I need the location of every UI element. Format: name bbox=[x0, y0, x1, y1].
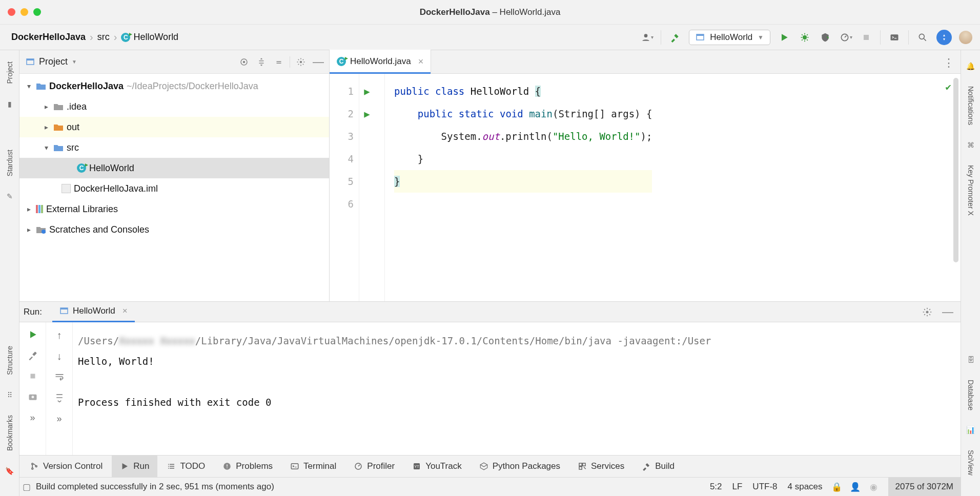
console-output[interactable]: /Users/Xxxxxx Xxxxxx/Library/Java/JavaVi… bbox=[73, 322, 961, 455]
scroll-to-end-icon[interactable] bbox=[54, 392, 65, 404]
youtrack-tab[interactable]: YT YouTrack bbox=[404, 456, 470, 478]
close-tab-icon[interactable]: × bbox=[415, 56, 424, 67]
tree-src[interactable]: ▾ src bbox=[19, 137, 329, 158]
tree-scratches[interactable]: ▸ Scratches and Consoles bbox=[19, 219, 329, 240]
database-icon[interactable]: 🗄 bbox=[966, 355, 975, 364]
close-window-icon[interactable] bbox=[8, 8, 15, 16]
editor-tab[interactable]: C▸ HelloWorld.java × bbox=[330, 50, 431, 73]
debug-button[interactable] bbox=[798, 31, 811, 44]
code-editor[interactable]: 1 2 3 4 5 6 ▶ ▶ public class HelloWo bbox=[330, 74, 961, 301]
chevron-down-icon[interactable]: ▾ bbox=[25, 82, 33, 90]
file-icon[interactable]: ▮ bbox=[5, 99, 14, 109]
run-tab[interactable]: Run bbox=[112, 456, 157, 478]
profiler-tab[interactable]: Profiler bbox=[345, 456, 403, 478]
status-window-icon[interactable]: ▢ bbox=[23, 483, 31, 491]
project-tool-tab[interactable]: Project bbox=[6, 61, 14, 84]
run-anything-icon[interactable] bbox=[888, 31, 901, 44]
run-tab[interactable]: HelloWorld × bbox=[52, 302, 135, 322]
run-line-icon[interactable]: ▶ bbox=[359, 102, 375, 125]
inspections-icon[interactable]: 👤 bbox=[851, 483, 860, 491]
chevron-right-icon[interactable]: ▸ bbox=[42, 102, 50, 111]
sync-icon[interactable]: ◉ bbox=[870, 483, 878, 491]
expand-all-icon[interactable] bbox=[255, 55, 268, 69]
python-packages-tab[interactable]: Python Packages bbox=[471, 456, 568, 478]
chevron-right-icon[interactable]: ▸ bbox=[42, 123, 50, 131]
run-configuration-select[interactable]: HelloWorld ▼ bbox=[689, 30, 770, 45]
memory-indicator[interactable]: 2075 of 3072M bbox=[888, 478, 961, 497]
breadcrumb[interactable]: DockerHelloJava › src › C▸ HelloWorld bbox=[11, 31, 178, 43]
search-icon[interactable] bbox=[916, 31, 929, 44]
code-content[interactable]: public class HelloWorld { public static … bbox=[385, 74, 652, 301]
hide-tool-icon[interactable]: — bbox=[941, 305, 954, 319]
minimize-window-icon[interactable] bbox=[21, 8, 28, 16]
bookmarks-tool-tab[interactable]: Bookmarks bbox=[6, 415, 14, 451]
lock-icon[interactable]: 🔒 bbox=[833, 483, 841, 491]
search-everywhere-icon[interactable] bbox=[936, 30, 952, 45]
user-icon[interactable]: ▾ bbox=[640, 31, 654, 44]
run-line-icon[interactable]: ▶ bbox=[359, 80, 375, 102]
keypromoter-tool-tab[interactable]: Key Promoter X bbox=[967, 165, 975, 216]
terminal-tab[interactable]: Terminal bbox=[282, 456, 344, 478]
coverage-button[interactable] bbox=[819, 31, 832, 44]
more-actions-icon[interactable]: » bbox=[30, 412, 35, 423]
project-tool-title[interactable]: Project bbox=[39, 56, 68, 67]
indent-setting[interactable]: 4 spaces bbox=[788, 482, 823, 492]
line-separator[interactable]: LF bbox=[732, 482, 743, 492]
chevron-right-icon[interactable]: ▸ bbox=[25, 205, 33, 213]
tree-hello[interactable]: C▸ HelloWorld bbox=[19, 158, 329, 178]
down-arrow-icon[interactable]: ↓ bbox=[57, 350, 62, 362]
maximize-window-icon[interactable] bbox=[33, 8, 41, 16]
stardust-tool-tab[interactable]: Stardust bbox=[6, 150, 14, 176]
hammer-build-icon[interactable] bbox=[668, 31, 682, 44]
soft-wrap-icon[interactable] bbox=[54, 371, 65, 383]
notifications-tool-tab[interactable]: Notifications bbox=[967, 86, 975, 125]
more-icon[interactable]: ⋮ bbox=[943, 56, 954, 70]
chevron-down-icon[interactable]: ▼ bbox=[72, 59, 77, 65]
tree-root[interactable]: ▾ DockerHelloJava ~/IdeaProjects/DockerH… bbox=[19, 76, 329, 96]
user-avatar[interactable] bbox=[959, 31, 972, 44]
camera-icon[interactable] bbox=[28, 391, 38, 403]
breadcrumb-class[interactable]: HelloWorld bbox=[133, 32, 178, 43]
rerun-icon[interactable] bbox=[28, 329, 38, 341]
up-arrow-icon[interactable]: ↑ bbox=[57, 329, 62, 341]
inspection-ok-icon[interactable]: ✔ bbox=[946, 81, 951, 92]
sciview-icon[interactable]: 📊 bbox=[966, 425, 975, 435]
build-tab[interactable]: Build bbox=[634, 456, 683, 478]
gear-icon[interactable] bbox=[294, 55, 308, 69]
tree-ext-libs[interactable]: ▸ External Libraries bbox=[19, 199, 329, 219]
version-control-tab[interactable]: Version Control bbox=[22, 456, 111, 478]
tree-item-label: .idea bbox=[67, 101, 87, 112]
chevron-down-icon[interactable]: ▾ bbox=[42, 143, 50, 152]
project-tree[interactable]: ▾ DockerHelloJava ~/IdeaProjects/DockerH… bbox=[19, 74, 329, 242]
cursor-position[interactable]: 5:2 bbox=[710, 482, 722, 492]
close-run-tab-icon[interactable]: × bbox=[119, 306, 128, 316]
database-tool-tab[interactable]: Database bbox=[967, 380, 975, 410]
pencil-icon[interactable]: ✎ bbox=[5, 192, 14, 201]
wrench-icon[interactable] bbox=[28, 350, 38, 362]
hide-tool-icon[interactable]: — bbox=[312, 55, 325, 69]
tree-out[interactable]: ▸ out bbox=[19, 117, 329, 137]
sciview-tool-tab[interactable]: SciView bbox=[967, 450, 975, 476]
breadcrumb-project[interactable]: DockerHelloJava bbox=[11, 32, 86, 43]
bell-icon[interactable]: 🔔 bbox=[966, 61, 975, 71]
problems-tab[interactable]: Problems bbox=[214, 456, 281, 478]
tree-iml[interactable]: DockerHelloJava.iml bbox=[19, 178, 329, 199]
locate-icon[interactable] bbox=[237, 55, 251, 69]
gear-icon[interactable] bbox=[921, 305, 934, 319]
structure-tool-tab[interactable]: Structure bbox=[6, 346, 14, 375]
chevron-right-icon[interactable]: ▸ bbox=[25, 225, 33, 234]
file-encoding[interactable]: UTF-8 bbox=[752, 482, 777, 492]
breadcrumb-src[interactable]: src bbox=[97, 32, 110, 43]
services-tab[interactable]: Services bbox=[569, 456, 632, 478]
todo-tab[interactable]: TODO bbox=[158, 456, 213, 478]
tree-idea[interactable]: ▸ .idea bbox=[19, 96, 329, 117]
status-bar: ▢ Build completed successfully in 2 sec,… bbox=[19, 477, 961, 496]
profile-button[interactable]: ▾ bbox=[839, 31, 852, 44]
bookmark-icon[interactable]: 🔖 bbox=[5, 466, 14, 476]
collapse-all-icon[interactable] bbox=[272, 55, 285, 69]
structure-icon[interactable]: ⠿ bbox=[5, 390, 14, 400]
editor-scrollbar[interactable] bbox=[953, 78, 958, 262]
run-button[interactable] bbox=[778, 31, 791, 44]
more-actions-icon[interactable]: » bbox=[56, 414, 62, 424]
keypromoter-icon[interactable]: ⌘ bbox=[966, 140, 975, 150]
